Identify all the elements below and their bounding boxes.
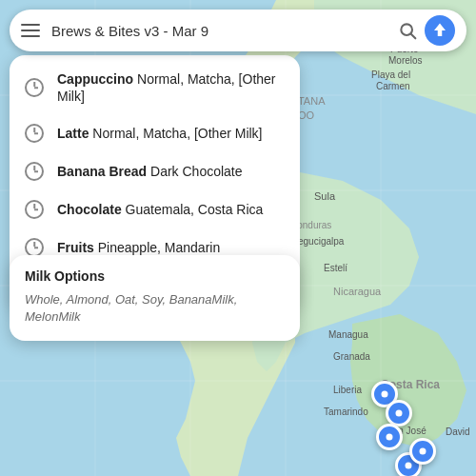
search-icon[interactable] bbox=[398, 21, 417, 40]
svg-text:Nicaragua: Nicaragua bbox=[333, 286, 382, 297]
history-text-banana-bread: Banana Bread Dark Chocolate bbox=[57, 163, 243, 180]
svg-text:Estelí: Estelí bbox=[324, 263, 347, 273]
milk-card-title: Milk Options bbox=[25, 268, 285, 284]
clock-icon bbox=[25, 78, 44, 97]
history-text-chocolate: Chocolate Guatemala, Costa Rica bbox=[57, 201, 263, 218]
svg-point-34 bbox=[420, 448, 426, 455]
svg-line-36 bbox=[411, 34, 416, 39]
svg-text:Tamarindo: Tamarindo bbox=[324, 407, 368, 417]
svg-text:Liberia: Liberia bbox=[333, 385, 362, 395]
svg-text:Sula: Sula bbox=[314, 190, 336, 202]
svg-point-31 bbox=[396, 410, 403, 417]
svg-text:Tegucigalpa: Tegucigalpa bbox=[293, 236, 345, 247]
directions-icon[interactable] bbox=[425, 15, 455, 46]
map-pin-5[interactable] bbox=[409, 438, 436, 465]
milk-card: Milk Options Whole, Almond, Oat, Soy, Ba… bbox=[10, 255, 300, 341]
history-text-cappuccino: Cappuccino Normal, Matcha, [Other Milk] bbox=[57, 70, 285, 105]
search-input[interactable] bbox=[51, 23, 390, 39]
history-item-latte[interactable]: Latte Normal, Matcha, [Other Milk] bbox=[10, 114, 300, 152]
clock-icon bbox=[25, 200, 44, 219]
hamburger-icon[interactable] bbox=[21, 21, 40, 40]
history-item-banana-bread[interactable]: Banana Bread Dark Chocolate bbox=[10, 152, 300, 190]
map-pin-2[interactable] bbox=[386, 400, 412, 426]
history-item-cappuccino[interactable]: Cappuccino Normal, Matcha, [Other Milk] bbox=[10, 61, 300, 114]
svg-text:Granada: Granada bbox=[333, 351, 370, 362]
svg-point-30 bbox=[382, 391, 388, 398]
svg-point-33 bbox=[406, 463, 412, 469]
svg-point-32 bbox=[387, 434, 393, 441]
history-text-latte: Latte Normal, Matcha, [Other Milk] bbox=[57, 125, 263, 142]
history-text-fruits: Fruits Pineapple, Mandarin bbox=[57, 239, 220, 256]
milk-card-content: Whole, Almond, Oat, Soy, BananaMilk, Mel… bbox=[25, 291, 285, 326]
clock-icon bbox=[25, 124, 44, 143]
clock-icon bbox=[25, 162, 44, 181]
svg-text:Carmen: Carmen bbox=[376, 81, 410, 91]
svg-text:Morelos: Morelos bbox=[388, 55, 423, 66]
search-bar bbox=[10, 10, 466, 51]
history-list: Cappuccino Normal, Matcha, [Other Milk] … bbox=[10, 55, 300, 272]
history-item-chocolate[interactable]: Chocolate Guatemala, Costa Rica bbox=[10, 190, 300, 228]
svg-text:Managua: Managua bbox=[328, 329, 368, 340]
svg-text:David: David bbox=[446, 426, 470, 437]
map-pin-3[interactable] bbox=[376, 424, 403, 450]
svg-text:Playa del: Playa del bbox=[371, 69, 410, 80]
